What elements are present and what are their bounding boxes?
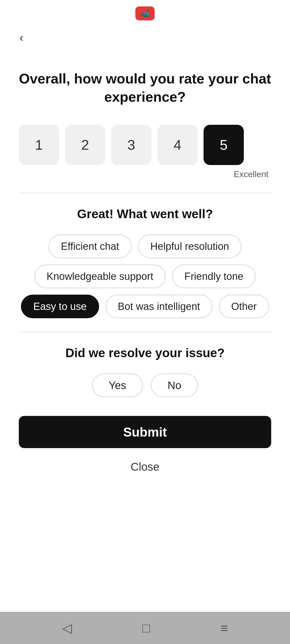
tag-other[interactable]: Other [219, 295, 269, 318]
close-button[interactable]: Close [19, 456, 271, 478]
tag-efficient-chat[interactable]: Efficient chat [49, 235, 132, 258]
tag-friendly-tone[interactable]: Friendly tone [172, 265, 256, 288]
resolve-no-button[interactable]: No [151, 374, 198, 397]
feedback-section: Great! What went well? Efficient chat He… [19, 207, 271, 318]
nav-menu-icon[interactable]: ≡ [220, 621, 228, 635]
nav-home-icon[interactable]: □ [142, 621, 150, 635]
resolve-question: Did we resolve your issue? [19, 346, 271, 360]
rating-row: 1 2 3 4 5 [19, 125, 271, 165]
back-arrow-icon: ‹ [20, 32, 24, 43]
camera-badge: 📹 [135, 6, 155, 20]
rating-btn-5[interactable]: 5 [204, 125, 244, 165]
back-button[interactable]: ‹ [13, 30, 30, 46]
status-bar: 📹 [0, 0, 290, 21]
rating-btn-4[interactable]: 4 [157, 125, 198, 165]
rating-question: Overall, how would you rate your chat ex… [19, 70, 271, 106]
tag-knowledgeable-support[interactable]: Knowledgeable support [34, 265, 166, 288]
rating-selected-label: Excellent [234, 169, 269, 179]
nav-back-icon[interactable]: ◁ [62, 620, 72, 635]
rating-btn-1[interactable]: 1 [19, 125, 59, 165]
tag-easy-to-use[interactable]: Easy to use [21, 295, 99, 318]
tags-container: Efficient chat Helpful resolution Knowle… [19, 235, 271, 318]
rating-btn-2[interactable]: 2 [65, 125, 105, 165]
bottom-nav: ◁ □ ≡ [0, 612, 290, 644]
resolve-section: Did we resolve your issue? Yes No [19, 346, 271, 397]
feedback-question: Great! What went well? [19, 207, 271, 221]
submit-button[interactable]: Submit [19, 416, 271, 448]
tag-bot-was-intelligent[interactable]: Bot was intelligent [106, 295, 212, 318]
resolve-yes-button[interactable]: Yes [92, 374, 143, 397]
camera-icon: 📹 [140, 9, 150, 18]
divider-1 [19, 193, 271, 193]
divider-2 [19, 332, 271, 332]
resolve-buttons: Yes No [19, 374, 271, 397]
main-content: Overall, how would you rate your chat ex… [0, 21, 290, 494]
rating-label: Excellent [19, 169, 271, 179]
tag-helpful-resolution[interactable]: Helpful resolution [138, 235, 242, 258]
rating-btn-3[interactable]: 3 [111, 125, 151, 165]
